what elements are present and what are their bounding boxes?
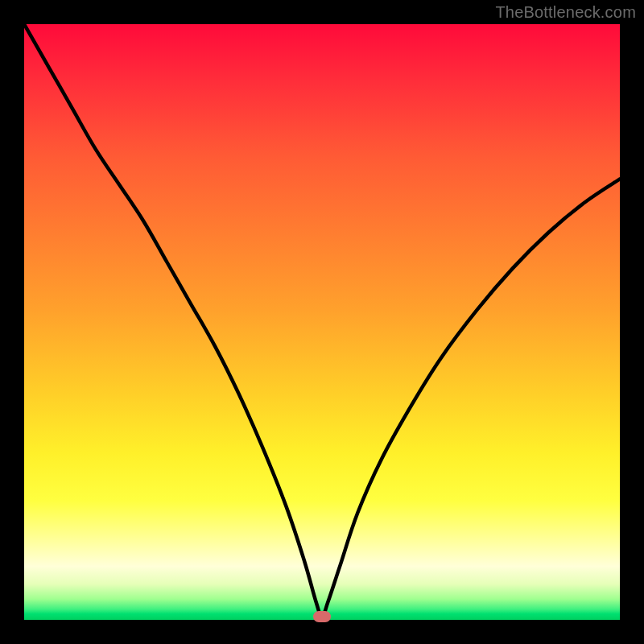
chart-frame: TheBottleneck.com (0, 0, 644, 644)
attribution-text: TheBottleneck.com (495, 3, 636, 22)
bottleneck-curve (24, 24, 620, 620)
plot-area (24, 24, 620, 620)
optimal-point-marker (313, 611, 331, 622)
